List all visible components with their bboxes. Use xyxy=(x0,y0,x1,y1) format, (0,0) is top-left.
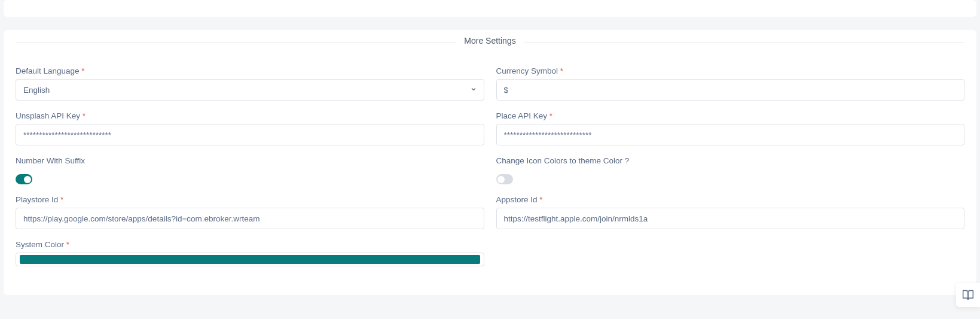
default-language-select[interactable]: English xyxy=(16,79,484,101)
more-settings-fieldset: More Settings Default Language * English xyxy=(16,42,964,266)
label-text: Place API Key xyxy=(496,111,548,120)
place-api-key-group: Place API Key * xyxy=(496,111,965,145)
color-swatch xyxy=(20,255,480,264)
label-text: Default Language xyxy=(16,66,80,75)
label-text: Appstore Id xyxy=(496,195,538,204)
unsplash-api-key-group: Unsplash API Key * xyxy=(16,111,484,145)
label-text: Unsplash API Key xyxy=(16,111,80,120)
required-marker: * xyxy=(66,240,69,249)
number-with-suffix-toggle[interactable] xyxy=(16,174,32,184)
form-row: Default Language * English Currency Symb… xyxy=(16,66,964,101)
required-marker: * xyxy=(81,66,84,75)
appstore-id-group: Appstore Id * xyxy=(496,195,965,229)
label-text: Currency Symbol xyxy=(496,66,558,75)
system-color-input[interactable] xyxy=(16,253,484,266)
more-settings-card: More Settings Default Language * English xyxy=(4,30,976,295)
change-icon-colors-group: Change Icon Colors to theme Color ? xyxy=(496,156,965,184)
label-text: Playstore Id xyxy=(16,195,58,204)
required-marker: * xyxy=(83,111,86,120)
form-row: Number With Suffix Change Icon Colors to… xyxy=(16,156,964,184)
default-language-select-wrapper: English xyxy=(16,79,484,101)
book-open-icon xyxy=(962,289,974,301)
required-marker: * xyxy=(560,66,563,75)
default-language-label: Default Language * xyxy=(16,66,484,75)
required-marker: * xyxy=(539,195,542,204)
unsplash-api-key-label: Unsplash API Key * xyxy=(16,111,484,120)
section-title: More Settings xyxy=(456,36,524,45)
number-with-suffix-group: Number With Suffix xyxy=(16,156,484,184)
playstore-id-input[interactable] xyxy=(16,208,484,229)
change-icon-colors-label: Change Icon Colors to theme Color ? xyxy=(496,156,965,165)
number-with-suffix-label: Number With Suffix xyxy=(16,156,484,165)
form-row: System Color * xyxy=(16,240,964,266)
help-widget-button[interactable] xyxy=(956,283,980,307)
change-icon-colors-toggle[interactable] xyxy=(496,174,513,184)
system-color-group: System Color * xyxy=(16,240,484,266)
label-text: System Color xyxy=(16,240,64,249)
currency-symbol-group: Currency Symbol * xyxy=(496,66,965,101)
playstore-id-group: Playstore Id * xyxy=(16,195,484,229)
system-color-label: System Color * xyxy=(16,240,484,249)
place-api-key-input[interactable] xyxy=(496,124,965,145)
currency-symbol-label: Currency Symbol * xyxy=(496,66,965,75)
playstore-id-label: Playstore Id * xyxy=(16,195,484,204)
currency-symbol-input[interactable] xyxy=(496,79,965,101)
appstore-id-label: Appstore Id * xyxy=(496,195,965,204)
place-api-key-label: Place API Key * xyxy=(496,111,965,120)
required-marker: * xyxy=(60,195,63,204)
empty-col xyxy=(496,240,965,266)
form-row: Playstore Id * Appstore Id * xyxy=(16,195,964,229)
form-row: Unsplash API Key * Place API Key * xyxy=(16,111,964,145)
toggle-knob xyxy=(497,176,505,183)
top-card-placeholder xyxy=(4,0,976,17)
appstore-id-input[interactable] xyxy=(496,208,965,229)
default-language-group: Default Language * English xyxy=(16,66,484,101)
required-marker: * xyxy=(549,111,552,120)
toggle-knob xyxy=(24,176,31,183)
unsplash-api-key-input[interactable] xyxy=(16,124,484,145)
